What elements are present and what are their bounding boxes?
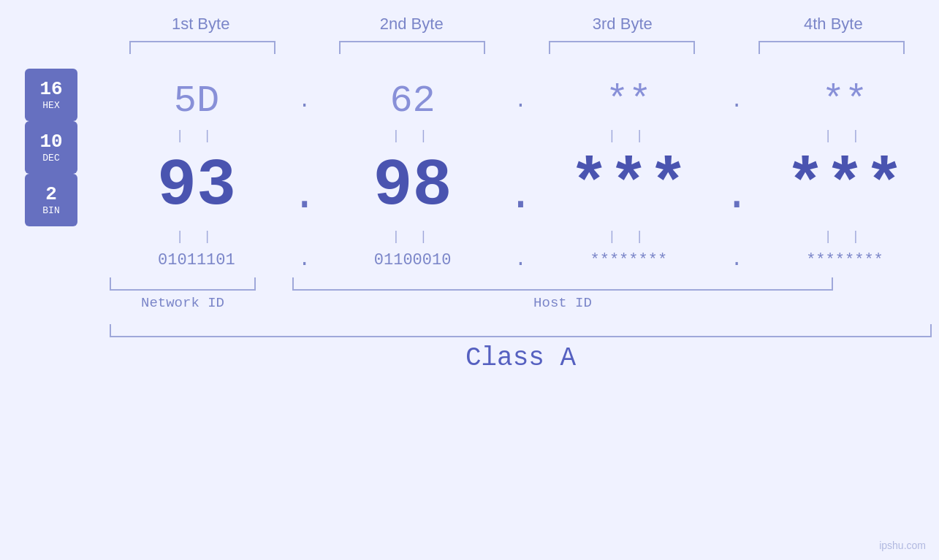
dec-b3: *** xyxy=(544,149,712,223)
byte2-header: 2nd Byte xyxy=(327,15,495,34)
bin-b1: 01011101 xyxy=(113,251,281,269)
watermark: ipshu.com xyxy=(879,540,926,551)
eq1-b2: | | xyxy=(329,129,497,143)
network-id-label: Network ID xyxy=(110,295,256,311)
hex-row: 5D . 62 . ** . ** xyxy=(102,80,939,123)
bracket-host xyxy=(292,277,833,291)
class-label: Class A xyxy=(102,343,939,373)
bottom-brackets-row xyxy=(102,277,939,291)
hex-b3: ** xyxy=(544,80,712,123)
bin-b3: ******** xyxy=(544,251,712,269)
dec-b4: *** xyxy=(761,149,929,223)
content-area: 16 HEX 10 DEC 2 BIN 5D . 62 . ** . xyxy=(0,54,939,560)
main-container: 1st Byte 2nd Byte 3rd Byte 4th Byte 16 H… xyxy=(0,0,939,560)
bracket-byte4 xyxy=(759,41,905,54)
bin-b4: ******** xyxy=(761,251,929,269)
byte3-header: 3rd Byte xyxy=(539,15,707,34)
label-column: 16 HEX 10 DEC 2 BIN xyxy=(0,54,102,270)
values-grid: 5D . 62 . ** . ** | | | | | | | | xyxy=(102,54,939,373)
eq2-b2: | | xyxy=(329,229,497,244)
byte-headers: 1st Byte 2nd Byte 3rd Byte 4th Byte xyxy=(115,15,919,34)
dec-b1: 93 xyxy=(113,149,281,223)
hex-b4: ** xyxy=(761,80,929,123)
bracket-byte2 xyxy=(339,41,485,54)
hex-b2: 62 xyxy=(329,80,497,123)
id-labels-row: Network ID Host ID xyxy=(102,295,939,311)
host-id-label: Host ID xyxy=(292,295,833,311)
bin-badge: 2 BIN xyxy=(25,174,77,226)
bracket-byte3 xyxy=(549,41,695,54)
eq-row-2: | | | | | | | | xyxy=(102,229,939,244)
eq-row-1: | | | | | | | | xyxy=(102,129,939,143)
dec-row: 93 . 98 . *** . *** xyxy=(102,149,939,223)
dec-badge: 10 DEC xyxy=(25,121,77,174)
bracket-byte1 xyxy=(129,41,275,54)
eq2-b4: | | xyxy=(761,229,929,244)
bracket-network xyxy=(110,277,256,291)
bin-row: 01011101 . 01100010 . ******** . *******… xyxy=(102,250,939,270)
bracket-class xyxy=(110,324,932,337)
eq1-b4: | | xyxy=(761,129,929,143)
eq1-b1: | | xyxy=(113,129,281,143)
eq2-b3: | | xyxy=(544,229,712,244)
byte1-header: 1st Byte xyxy=(117,15,285,34)
eq2-b1: | | xyxy=(113,229,281,244)
hex-b1: 5D xyxy=(113,80,281,123)
byte4-header: 4th Byte xyxy=(749,15,917,34)
bin-b2: 01100010 xyxy=(329,251,497,269)
top-brackets xyxy=(115,41,919,54)
eq1-b3: | | xyxy=(544,129,712,143)
dec-b2: 98 xyxy=(329,149,497,223)
hex-badge: 16 HEX xyxy=(25,69,77,121)
